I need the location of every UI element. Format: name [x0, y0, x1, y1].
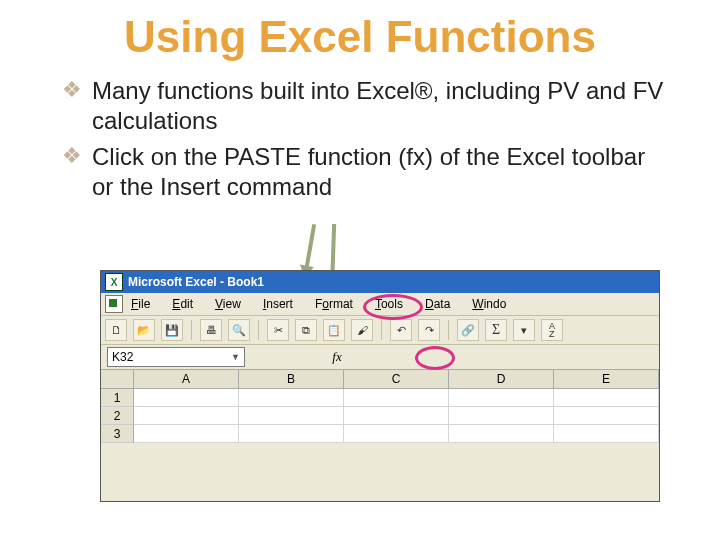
format-painter-button[interactable]: 🖌: [351, 319, 373, 341]
dropdown-icon[interactable]: ▼: [231, 352, 240, 362]
bullet-list: Many functions built into Excel®, includ…: [62, 76, 670, 202]
fx-button[interactable]: fx: [325, 349, 349, 365]
name-box-value: K32: [112, 350, 133, 364]
titlebar: X Microsoft Excel - Book1: [101, 271, 659, 293]
cell[interactable]: [239, 407, 344, 425]
menu-file[interactable]: File: [131, 297, 150, 311]
bullet-item: Many functions built into Excel®, includ…: [62, 76, 670, 136]
col-header[interactable]: C: [344, 370, 449, 388]
col-header[interactable]: A: [134, 370, 239, 388]
cell[interactable]: [554, 389, 659, 407]
menu-format[interactable]: Format: [315, 297, 353, 311]
menu-insert[interactable]: Insert: [263, 297, 293, 311]
cell[interactable]: [344, 425, 449, 443]
toolbar-separator: [191, 320, 192, 340]
menu-view[interactable]: View: [215, 297, 241, 311]
cell[interactable]: [239, 389, 344, 407]
grid-row: 2: [101, 407, 659, 425]
menu-window[interactable]: Windo: [472, 297, 506, 311]
print-button[interactable]: 🖶: [200, 319, 222, 341]
cell[interactable]: [134, 425, 239, 443]
col-header[interactable]: E: [554, 370, 659, 388]
standard-toolbar: 🗋 📂 💾 🖶 🔍 ✂ ⧉ 📋 🖌 ↶ ↷ 🔗 Σ ▾ AZ: [101, 316, 659, 345]
formula-bar: K32 ▼ fx: [101, 345, 659, 370]
workbook-icon: [105, 295, 123, 313]
copy-button[interactable]: ⧉: [295, 319, 317, 341]
cell[interactable]: [344, 389, 449, 407]
preview-button[interactable]: 🔍: [228, 319, 250, 341]
toolbar-separator: [448, 320, 449, 340]
row-header[interactable]: 2: [101, 407, 134, 425]
titlebar-text: Microsoft Excel - Book1: [128, 275, 264, 289]
row-header[interactable]: 1: [101, 389, 134, 407]
menu-data[interactable]: Data: [425, 297, 450, 311]
open-button[interactable]: 📂: [133, 319, 155, 341]
cell[interactable]: [344, 407, 449, 425]
paste-button[interactable]: 📋: [323, 319, 345, 341]
select-all-corner[interactable]: [101, 370, 134, 388]
highlight-circle-fx: [415, 346, 455, 370]
excel-screenshot: X Microsoft Excel - Book1 File Edit View…: [100, 270, 660, 502]
cell[interactable]: [449, 425, 554, 443]
row-header[interactable]: 3: [101, 425, 134, 443]
save-button[interactable]: 💾: [161, 319, 183, 341]
cell[interactable]: [239, 425, 344, 443]
sort-asc-button[interactable]: AZ: [541, 319, 563, 341]
hyperlink-button[interactable]: 🔗: [457, 319, 479, 341]
redo-button[interactable]: ↷: [418, 319, 440, 341]
dropdown-icon[interactable]: ▾: [513, 319, 535, 341]
cell[interactable]: [134, 407, 239, 425]
new-button[interactable]: 🗋: [105, 319, 127, 341]
cell[interactable]: [449, 407, 554, 425]
slide-title: Using Excel Functions: [0, 12, 720, 62]
toolbar-separator: [381, 320, 382, 340]
cell[interactable]: [134, 389, 239, 407]
grid-row: 1: [101, 389, 659, 407]
cell[interactable]: [554, 407, 659, 425]
cell[interactable]: [449, 389, 554, 407]
cut-button[interactable]: ✂: [267, 319, 289, 341]
col-header[interactable]: B: [239, 370, 344, 388]
toolbar-separator: [258, 320, 259, 340]
cell[interactable]: [554, 425, 659, 443]
undo-button[interactable]: ↶: [390, 319, 412, 341]
excel-app-icon: X: [105, 273, 123, 291]
column-headers: A B C D E: [101, 370, 659, 389]
bullet-item: Click on the PASTE function (fx) of the …: [62, 142, 670, 202]
name-box[interactable]: K32 ▼: [107, 347, 245, 367]
menu-edit[interactable]: Edit: [172, 297, 193, 311]
highlight-circle-insert: [363, 294, 423, 320]
col-header[interactable]: D: [449, 370, 554, 388]
autosum-button[interactable]: Σ: [485, 319, 507, 341]
grid-row: 3: [101, 425, 659, 443]
worksheet-grid: A B C D E 1 2 3: [101, 370, 659, 443]
